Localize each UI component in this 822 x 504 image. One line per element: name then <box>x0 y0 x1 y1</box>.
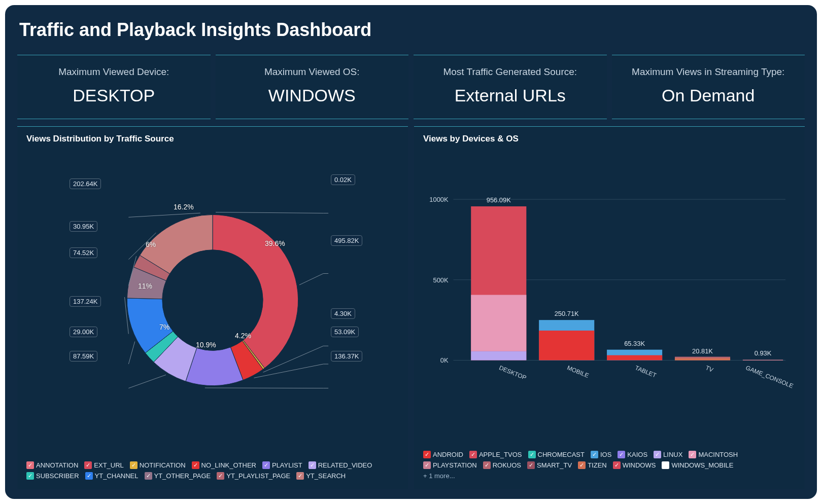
check-icon: ✓ <box>483 461 491 469</box>
legend-label: PLAYSTATION <box>433 461 477 469</box>
legend-item[interactable]: ✓IOS <box>591 451 611 458</box>
panel-row: Views Distribution by Traffic Source 39.… <box>17 126 805 489</box>
callout-annotation: 0.02K <box>331 174 355 185</box>
legend-item[interactable]: ✓YT_PLAYLIST_PAGE <box>217 472 290 480</box>
leader-line <box>216 212 328 213</box>
check-icon: ✓ <box>26 461 34 469</box>
svg-text:20.81K: 20.81K <box>692 347 713 355</box>
page-title: Traffic and Playback Insights Dashboard <box>19 19 805 41</box>
callout-related: 87.59K <box>70 351 97 362</box>
legend-label: ANDROID <box>433 451 463 458</box>
donut-slice[interactable] <box>213 214 298 368</box>
legend-item[interactable]: ✓LINUX <box>654 451 682 458</box>
legend-label: MACINTOSH <box>698 451 738 458</box>
legend-item[interactable]: ✓KAIOS <box>618 451 647 458</box>
legend-item[interactable]: ✓RELATED_VIDEO <box>309 461 372 469</box>
callout-ytother: 74.52K <box>70 247 97 258</box>
check-icon: ✓ <box>469 451 477 458</box>
svg-text:DESKTOP: DESKTOP <box>498 364 528 381</box>
svg-text:956.09K: 956.09K <box>487 196 511 204</box>
svg-rect-15 <box>607 355 662 361</box>
slice-pct: 16.2% <box>174 203 194 211</box>
legend-item[interactable]: ✓YT_SEARCH <box>296 472 346 480</box>
check-icon: ✓ <box>262 461 270 469</box>
legend-label: YT_PLAYLIST_PAGE <box>226 472 290 480</box>
check-icon: ✓ <box>613 461 621 469</box>
kpi-traffic-source[interactable]: Most Traffic Generated Source: External … <box>414 55 607 119</box>
panel-title: Views by Devices & OS <box>423 134 796 144</box>
legend-item[interactable]: ✓YT_CHANNEL <box>85 472 139 480</box>
legend-label: ANNOTATION <box>36 461 78 469</box>
kpi-row: Maximum Viewed Device: DESKTOP Maximum V… <box>17 55 805 119</box>
bar-console[interactable]: 0.93K <box>743 349 783 361</box>
check-icon: ✓ <box>654 451 661 458</box>
kpi-max-os[interactable]: Maximum Viewed OS: WINDOWS <box>216 55 409 119</box>
legend-item[interactable]: ✓APPLE_TVOS <box>469 451 522 458</box>
panel-title: Views Distribution by Traffic Source <box>26 134 399 144</box>
svg-text:0.93K: 0.93K <box>755 349 772 357</box>
bar-chart[interactable]: 0K 500K 1000K 956.09K 250 <box>423 148 796 447</box>
legend-label: ROKUOS <box>493 461 521 469</box>
svg-text:250.71K: 250.71K <box>555 310 579 317</box>
svg-text:1000K: 1000K <box>429 196 449 203</box>
legend-item[interactable]: ✓CHROMECAST <box>528 451 585 458</box>
legend-label: TIZEN <box>588 461 607 469</box>
legend-item[interactable]: ✓TIZEN <box>578 461 607 469</box>
legend-more[interactable]: + 1 more... <box>423 472 796 480</box>
legend-item[interactable]: ✓MACINTOSH <box>689 451 738 458</box>
check-icon: ✓ <box>85 472 93 480</box>
svg-rect-20 <box>743 359 783 360</box>
check-icon: ✓ <box>662 461 669 469</box>
kpi-label: Most Traffic Generated Source: <box>418 66 603 78</box>
check-icon: ✓ <box>309 461 316 469</box>
bar-tv[interactable]: 20.81K <box>675 347 730 361</box>
legend-item[interactable]: ✓SMART_TV <box>527 461 572 469</box>
legend-item[interactable]: ✓ROKUOS <box>483 461 521 469</box>
check-icon: ✓ <box>527 461 535 469</box>
bar-desktop[interactable]: 956.09K <box>471 196 526 360</box>
kpi-streaming-type[interactable]: Maximum Views in Streaming Type: On Dema… <box>612 55 805 119</box>
legend-label: WINDOWS_MOBILE <box>671 461 733 469</box>
svg-text:0K: 0K <box>440 356 449 364</box>
legend-item[interactable]: ✓WINDOWS_MOBILE <box>662 461 733 469</box>
check-icon: ✓ <box>26 472 34 480</box>
check-icon: ✓ <box>423 451 431 458</box>
svg-text:500K: 500K <box>433 276 449 284</box>
svg-rect-8 <box>471 295 526 351</box>
legend-item[interactable]: ✓NO_LINK_OTHER <box>192 461 256 469</box>
legend-item[interactable]: ✓PLAYLIST <box>262 461 302 469</box>
svg-text:GAME_CONSOLE: GAME_CONSOLE <box>745 364 795 389</box>
legend-item[interactable]: ✓NOTIFICATION <box>130 461 186 469</box>
legend-label: YT_CHANNEL <box>95 472 139 480</box>
bar-tablet[interactable]: 65.33K <box>607 340 662 361</box>
legend-item[interactable]: ✓ANNOTATION <box>26 461 78 469</box>
dashboard-app: Traffic and Playback Insights Dashboard … <box>5 5 817 499</box>
slice-pct: 7% <box>159 323 169 331</box>
legend-label: CHROMECAST <box>538 451 585 458</box>
leader-line <box>128 213 200 217</box>
legend-item[interactable]: ✓EXT_URL <box>84 461 124 469</box>
legend-label: SMART_TV <box>537 461 572 469</box>
slice-pct: 4.2% <box>235 332 251 340</box>
legend-item[interactable]: ✓YT_OTHER_PAGE <box>145 472 211 480</box>
kpi-value: DESKTOP <box>21 86 207 105</box>
check-icon: ✓ <box>84 461 92 469</box>
kpi-label: Maximum Views in Streaming Type: <box>616 66 801 78</box>
svg-text:65.33K: 65.33K <box>624 340 645 347</box>
legend-item[interactable]: ✓SUBSCRIBER <box>26 472 79 480</box>
callout-ytsearch: 202.64K <box>70 178 101 189</box>
svg-rect-9 <box>471 351 526 361</box>
legend-label: EXT_URL <box>94 461 124 469</box>
bar-mobile[interactable]: 250.71K <box>539 310 594 360</box>
legend-item[interactable]: ✓WINDOWS <box>613 461 656 469</box>
leader-line <box>205 388 328 388</box>
callout-playlist: 136.37K <box>331 351 362 362</box>
slice-pct: 11% <box>138 282 152 290</box>
check-icon: ✓ <box>130 461 138 469</box>
legend-item[interactable]: ✓PLAYSTATION <box>423 461 477 469</box>
kpi-max-device[interactable]: Maximum Viewed Device: DESKTOP <box>17 55 211 119</box>
svg-text:MOBILE: MOBILE <box>566 364 590 379</box>
legend-item[interactable]: ✓ANDROID <box>423 451 463 458</box>
donut-chart[interactable]: 39.6% 4.2% 10.9% 7% 11% 6% 16.2% 0.02K 4… <box>26 148 399 457</box>
legend-label: RELATED_VIDEO <box>318 461 372 469</box>
